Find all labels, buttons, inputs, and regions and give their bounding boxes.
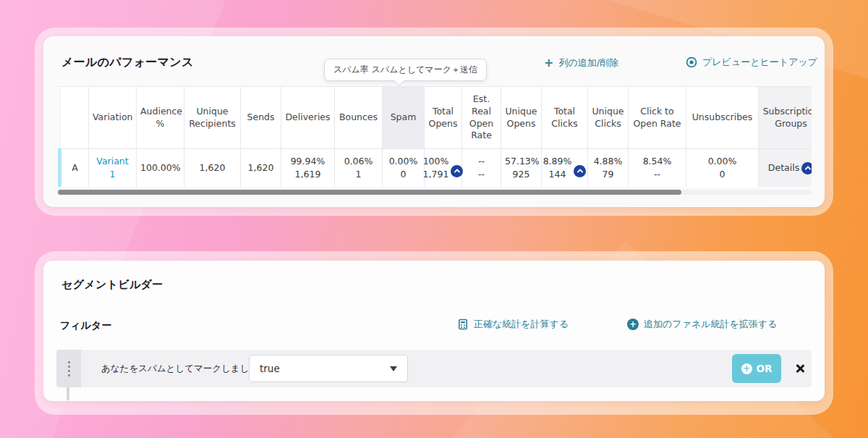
click-to-open-pct: 8.54% [632,155,682,168]
column-header-audience-pct[interactable]: Audience % [137,87,184,149]
remove-filter-close-icon[interactable] [793,361,807,376]
plus-icon: + [544,57,553,69]
drag-handle[interactable] [56,350,81,387]
bounces-count: 1 [339,168,378,181]
spam-cell: 0.00% 0 [383,149,425,188]
chevron-up-badge-icon[interactable] [574,165,586,177]
plus-circle-icon: + [627,319,639,330]
column-header-subscription-groups[interactable]: Subscription Groups [759,87,812,149]
column-header-spam[interactable]: Spam [383,87,425,149]
column-header-est-real-open-rate[interactable]: Est. Real Open Rate [462,87,501,149]
variation-cell: Variant 1 [89,149,137,188]
column-header-click-to-open-rate[interactable]: Click to Open Rate [629,87,686,149]
spam-pct: 0.00% [386,155,420,168]
est-real-open-rate-line2: -- [466,168,497,181]
column-header-total-opens[interactable]: Total Opens [425,87,462,149]
expand-funnel-stats-label: 追加のファネル統計を拡張する [644,318,777,331]
filter-row: あなたをスパムとしてマークしました true + OR [56,350,812,387]
column-header-sends[interactable]: Sends [241,87,281,149]
unsubscribes-pct: 0.00% [690,155,754,168]
horizontal-scrollbar-track[interactable] [58,190,812,195]
unique-clicks-count: 79 [592,168,624,181]
est-real-open-rate-line1: -- [466,155,497,168]
chevron-up-badge-icon[interactable] [801,162,812,174]
chevron-up-badge-icon[interactable] [451,165,463,177]
unique-clicks-cell: 4.88% 79 [588,149,629,188]
total-opens-cell: 100% 1,791 [425,149,462,188]
filter-value-dropdown[interactable]: true [249,355,408,382]
page-background: { "email_performance": { "title": "メールのパ… [0,0,868,438]
filter-connector-line [67,387,69,400]
drag-dot [68,374,70,376]
column-header-total-clicks[interactable]: Total Clicks [542,87,588,149]
bounces-pct: 0.06% [339,155,378,168]
add-remove-columns-label: 列の追加/削除 [558,56,618,70]
details-link[interactable]: Details [768,161,799,174]
total-opens-count: 1,791 [423,168,449,181]
plus-circle-icon: + [741,363,752,374]
variant-marker-cell: A [60,149,89,188]
click-to-open-rate-cell: 8.54% -- [629,149,686,188]
performance-table: Variation Audience % Unique Recipients S… [58,86,812,187]
column-header-bounces[interactable]: Bounces [335,87,383,149]
drag-dot [68,370,70,372]
add-remove-columns-link[interactable]: + 列の追加/削除 [544,56,618,70]
performance-card-title: メールのパフォーマンス [61,55,194,70]
calculator-icon [457,319,469,330]
dropdown-selected-value: true [260,363,390,374]
filter-condition-label: あなたをスパムとしてマークしました [101,363,258,375]
column-header-variation[interactable]: Variation [89,87,137,149]
column-header-unsubscribes[interactable]: Unsubscribes [686,87,759,149]
spam-tooltip-text: スパム率 スパムとしてマーク＋送信 [333,64,477,75]
click-to-open-sub: -- [632,168,682,181]
total-clicks-count: 144 [543,168,572,181]
column-header-deliveries[interactable]: Deliveries [281,87,335,149]
unique-clicks-pct: 4.88% [592,155,624,168]
deliveries-cell: 99.94% 1,619 [281,149,335,188]
spam-column-tooltip: スパム率 スパムとしてマーク＋送信 [324,59,487,81]
table-corner-cell [60,87,89,149]
sends-cell: 1,620 [241,149,281,188]
bounces-cell: 0.06% 1 [335,149,383,188]
horizontal-scrollbar-thumb[interactable] [58,190,681,195]
column-header-unique-recipients[interactable]: Unique Recipients [184,87,241,149]
chevron-down-icon [390,366,397,371]
unique-recipients-cell: 1,620 [184,149,241,188]
subscription-groups-cell: Details [759,149,812,188]
eye-icon [686,56,697,68]
spam-count: 0 [386,168,420,181]
deliveries-count: 1,619 [285,168,331,181]
filters-heading: フィルター [60,319,111,332]
table-header-row: Variation Audience % Unique Recipients S… [60,87,812,149]
total-clicks-pct: 8.89% [543,155,572,168]
expand-funnel-stats-link[interactable]: + 追加のファネル統計を拡張する [627,318,777,331]
unsubscribes-count: 0 [690,168,754,181]
column-header-unique-opens[interactable]: Unique Opens [501,87,542,149]
drag-dot [68,366,70,368]
or-button-label: OR [757,363,773,374]
compute-exact-stats-link[interactable]: 正確な統計を計算する [457,318,569,331]
unique-opens-pct: 57.13% [505,155,537,168]
total-opens-pct: 100% [423,155,449,168]
column-header-unique-clicks[interactable]: Unique Clicks [588,87,629,149]
table-row: A Variant 1 100.00% 1,620 1,620 99.94% 1… [60,149,812,188]
segment-card-title: セグメントビルダー [61,278,163,292]
drag-dot [68,361,70,363]
preview-heatmap-link[interactable]: プレビューとヒートアップ [686,56,817,69]
performance-table-wrap: Variation Audience % Unique Recipients S… [58,86,812,187]
add-or-condition-button[interactable]: + OR [732,354,781,383]
unsubscribes-cell: 0.00% 0 [686,149,759,188]
deliveries-pct: 99.94% [285,155,331,168]
variant-link[interactable]: Variant 1 [96,156,128,180]
audience-pct-cell: 100.00% [137,149,184,188]
compute-exact-stats-label: 正確な統計を計算する [474,318,569,331]
unique-opens-cell: 57.13% 925 [501,149,542,188]
total-clicks-cell: 8.89% 144 [542,149,588,188]
unique-opens-count: 925 [505,168,537,181]
preview-heatmap-label: プレビューとヒートアップ [702,56,817,69]
est-real-open-rate-cell: -- -- [462,149,501,188]
